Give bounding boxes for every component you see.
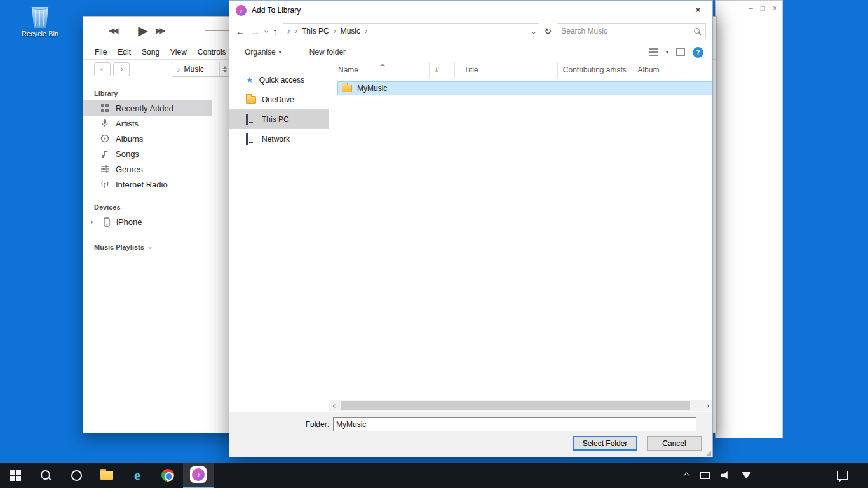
grid-icon: [100, 104, 109, 112]
nav-network[interactable]: Network: [229, 129, 329, 149]
search-icon[interactable]: [693, 27, 702, 36]
resize-grip[interactable]: ◢: [706, 449, 711, 456]
sidebar-item-artists[interactable]: Artists: [83, 116, 212, 131]
sidebar-item-albums[interactable]: Albums: [83, 131, 212, 146]
internet-explorer-button[interactable]: e: [122, 463, 153, 488]
chevron-down-icon: [148, 245, 152, 249]
music-playlists-header[interactable]: Music Playlists: [94, 243, 212, 251]
sidebar-item-label: Recently Added: [116, 104, 173, 113]
breadcrumb-music[interactable]: Music: [341, 27, 360, 36]
sidebar-item-genres[interactable]: Genres: [83, 161, 212, 177]
sidebar-item-internet-radio[interactable]: Internet Radio: [83, 177, 212, 192]
album-icon: [100, 134, 109, 143]
speaker-icon[interactable]: [721, 471, 730, 479]
nav-onedrive[interactable]: OneDrive: [229, 90, 329, 109]
address-bar[interactable]: ♪ › This PC › Music ›: [283, 23, 539, 39]
view-dropdown-icon[interactable]: ▾: [666, 50, 668, 55]
search-icon: [40, 470, 51, 481]
media-selector[interactable]: ♪ Music: [172, 62, 230, 77]
itunes-taskbar-button[interactable]: ♪: [183, 463, 214, 488]
onedrive-folder-icon: [246, 96, 256, 104]
minimize-icon[interactable]: –: [749, 4, 753, 13]
dialog-close-button[interactable]: ×: [684, 1, 712, 20]
crumb-separator-icon: ›: [334, 27, 336, 36]
itunes-back-button[interactable]: [94, 62, 111, 76]
column-contributing-artists[interactable]: Contributing artists: [558, 62, 633, 78]
sidebar-item-label: iPhone: [116, 217, 142, 227]
sidebar-item-label: Artists: [116, 119, 139, 128]
back-button[interactable]: ←: [236, 26, 245, 37]
crumb-separator-icon: ›: [295, 27, 297, 36]
play-button[interactable]: ▶: [130, 23, 156, 38]
nav-this-pc[interactable]: This PC: [229, 109, 329, 129]
sidebar-item-recently-added[interactable]: Recently Added: [83, 100, 212, 116]
chrome-button[interactable]: [153, 463, 183, 488]
select-folder-button[interactable]: Select Folder: [573, 436, 637, 451]
column-album[interactable]: Album: [632, 62, 712, 78]
file-explorer-button[interactable]: [92, 463, 122, 488]
address-dropdown-icon[interactable]: [532, 30, 536, 34]
hidden-icons-chevron-icon[interactable]: [684, 472, 690, 478]
microphone-icon: [100, 119, 109, 128]
change-view-icon[interactable]: [649, 48, 658, 56]
organise-button[interactable]: Organise ▾: [245, 48, 281, 57]
recycle-bin-label: Recycle Bin: [19, 30, 61, 37]
itunes-forward-button[interactable]: [113, 62, 130, 76]
file-list: Name # Title Contributing artists Album …: [329, 62, 712, 412]
up-button[interactable]: ↑: [273, 26, 278, 37]
taskbar-search-button[interactable]: [31, 463, 61, 488]
cancel-button[interactable]: Cancel: [647, 436, 702, 451]
scrollbar-thumb[interactable]: [341, 401, 690, 410]
file-name: MyMusic: [357, 84, 387, 93]
folder-label: Folder:: [229, 420, 333, 429]
new-folder-button[interactable]: New folder: [309, 48, 346, 57]
folder-input[interactable]: [333, 417, 696, 431]
nav-label: Quick access: [259, 76, 304, 85]
breadcrumb-this-pc[interactable]: This PC: [302, 27, 329, 36]
sidebar-item-songs[interactable]: Songs: [83, 146, 212, 161]
scroll-left-icon[interactable]: [329, 400, 340, 411]
dialog-titlebar[interactable]: ♪ Add To Library ×: [229, 1, 712, 20]
dialog-command-bar: Organise ▾ New folder ▾ ?: [229, 43, 712, 62]
column-name[interactable]: Name: [329, 62, 430, 78]
sidebar-item-label: Genres: [116, 165, 143, 174]
background-window[interactable]: – □ ×: [715, 0, 783, 438]
recycle-bin[interactable]: Recycle Bin: [19, 5, 61, 37]
sidebar-item-iphone[interactable]: ▸ iPhone: [83, 214, 212, 229]
next-track-button[interactable]: ▶▶: [156, 26, 177, 35]
forward-button[interactable]: →: [250, 26, 260, 37]
search-input[interactable]: [561, 27, 693, 36]
expand-caret-icon[interactable]: ▸: [91, 219, 97, 225]
column-number[interactable]: #: [430, 62, 455, 78]
column-title[interactable]: Title: [455, 62, 557, 78]
close-icon[interactable]: ×: [773, 4, 777, 13]
wifi-icon[interactable]: [742, 472, 751, 479]
action-center-icon[interactable]: [837, 471, 848, 480]
previous-track-button[interactable]: ◀◀: [109, 26, 130, 35]
maximize-icon[interactable]: □: [761, 4, 765, 13]
horizontal-scrollbar[interactable]: [329, 400, 712, 411]
menu-song[interactable]: Song: [142, 48, 159, 57]
chrome-icon: [161, 469, 174, 482]
menu-view[interactable]: View: [170, 48, 187, 57]
folder-icon: [342, 85, 352, 92]
menu-controls[interactable]: Controls: [198, 48, 226, 57]
dialog-title: Add To Library: [252, 6, 301, 15]
cortana-button[interactable]: [61, 463, 92, 488]
start-button[interactable]: [0, 463, 31, 488]
chevron-down-icon: ▾: [279, 50, 281, 55]
menu-file[interactable]: File: [95, 48, 107, 57]
recycle-bin-icon: [31, 5, 50, 28]
recent-locations-chevron-icon[interactable]: [264, 29, 268, 33]
media-selector-spinner[interactable]: [219, 62, 229, 76]
sidebar-item-label: Albums: [116, 134, 143, 144]
help-button[interactable]: ?: [693, 47, 703, 58]
scroll-right-icon[interactable]: [702, 400, 712, 411]
file-row-mymusic[interactable]: MyMusic: [337, 81, 712, 95]
menu-edit[interactable]: Edit: [118, 48, 131, 57]
preview-pane-icon[interactable]: [676, 48, 685, 56]
search-box[interactable]: [557, 23, 706, 39]
refresh-icon[interactable]: ↻: [545, 26, 552, 36]
nav-quick-access[interactable]: ★ Quick access: [229, 70, 329, 90]
tray-display-icon[interactable]: [700, 472, 710, 479]
